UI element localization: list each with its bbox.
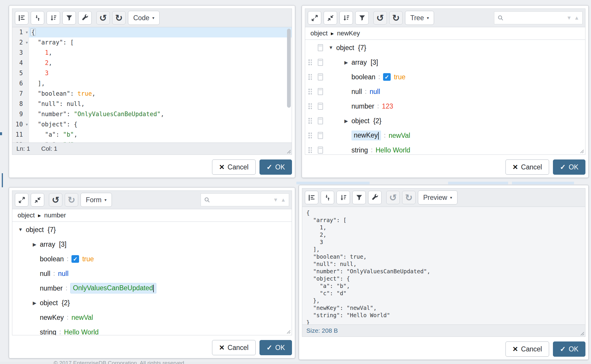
collapse-node-icon[interactable]: ▼ [326, 45, 336, 50]
undo-button[interactable]: ↺ [386, 191, 400, 204]
search-next-icon[interactable]: ▼ [273, 197, 278, 202]
drag-handle-icon[interactable] [308, 74, 312, 80]
redo-button[interactable]: ↻ [65, 193, 78, 207]
key-field[interactable]: string [351, 146, 368, 154]
key-field[interactable]: object [351, 117, 369, 125]
context-menu-button[interactable] [318, 103, 323, 110]
ok-button[interactable]: ✓OK [259, 340, 292, 355]
value-field[interactable]: OnlyValuesCanBeUpdated [70, 283, 156, 293]
transform-filter-button[interactable] [355, 11, 369, 25]
resize-handle-icon[interactable] [579, 149, 584, 153]
mode-select-button[interactable]: Form ▾ [81, 193, 112, 207]
search-input[interactable] [506, 14, 564, 22]
drag-handle-icon[interactable] [308, 103, 312, 109]
key-field[interactable]: object [336, 44, 354, 52]
fold-toggle-icon[interactable]: ▾ [26, 119, 28, 130]
expand-all-button[interactable] [308, 11, 321, 25]
context-menu-button[interactable] [318, 117, 323, 124]
value-field[interactable]: newVal [71, 314, 93, 322]
transform-filter-button[interactable] [352, 191, 366, 204]
value-field[interactable]: Hello World [375, 146, 410, 154]
value-field[interactable]: null [58, 270, 69, 278]
ok-button[interactable]: ✓OK [259, 159, 292, 175]
redo-button[interactable]: ↻ [402, 191, 416, 204]
value-field[interactable]: null [370, 88, 380, 96]
ok-button[interactable]: ✓OK [553, 159, 585, 175]
key-field[interactable]: newKey [351, 131, 381, 140]
expand-node-icon[interactable]: ▶ [341, 118, 351, 124]
undo-button[interactable]: ↺ [49, 193, 62, 207]
context-menu-button[interactable] [318, 59, 323, 66]
cancel-button[interactable]: ✕Cancel [505, 159, 549, 175]
mode-select-button[interactable]: Tree ▾ [405, 11, 434, 25]
boolean-checkbox[interactable]: ✓ [71, 255, 79, 263]
sort-button[interactable] [339, 11, 353, 25]
key-field[interactable]: array [351, 59, 367, 66]
expand-node-icon[interactable]: ▶ [29, 242, 40, 247]
fold-toggle-icon[interactable]: ▾ [26, 27, 28, 37]
context-menu-button[interactable] [318, 73, 323, 80]
resize-handle-icon[interactable] [286, 329, 291, 334]
code-editor-area[interactable]: 1▾{2▾ "array": [3 1,4 2,5 36 ],7 "boolea… [12, 27, 292, 142]
search-next-icon[interactable]: ▼ [566, 15, 572, 20]
key-field[interactable]: string [40, 328, 56, 335]
fold-toggle-icon[interactable]: ▾ [26, 37, 28, 48]
expand-all-button[interactable] [15, 193, 28, 207]
breadcrumb-root[interactable]: object [18, 212, 35, 219]
format-indent-button[interactable] [15, 11, 28, 25]
sort-button[interactable] [337, 191, 350, 204]
value-field[interactable]: Hello World [64, 328, 98, 335]
key-field[interactable]: number [351, 102, 374, 110]
breadcrumb-current[interactable]: number [44, 212, 66, 219]
sort-button[interactable] [47, 11, 60, 25]
resize-handle-icon[interactable] [580, 331, 584, 336]
key-field[interactable]: number [40, 284, 63, 292]
undo-button[interactable]: ↺ [96, 11, 110, 25]
redo-button[interactable]: ↻ [112, 11, 126, 25]
key-field[interactable]: null [40, 270, 50, 278]
value-field[interactable]: true [394, 73, 406, 81]
search-input[interactable] [213, 196, 271, 204]
drag-handle-icon[interactable] [308, 89, 312, 95]
context-menu-button[interactable] [318, 147, 323, 154]
key-field[interactable]: object [40, 299, 58, 307]
search-previous-icon[interactable]: ▲ [281, 197, 286, 202]
expand-node-icon[interactable]: ▶ [29, 300, 40, 306]
collapse-all-button[interactable] [324, 11, 337, 25]
compact-button[interactable] [31, 11, 44, 25]
mode-select-button[interactable]: Preview ▾ [418, 190, 457, 205]
drag-handle-icon[interactable] [308, 133, 312, 138]
breadcrumb-root[interactable]: object [310, 30, 328, 37]
key-field[interactable]: boolean [40, 255, 64, 263]
key-field[interactable]: object [26, 226, 44, 234]
breadcrumb-current[interactable]: newKey [337, 30, 360, 37]
format-indent-button[interactable] [305, 191, 318, 204]
key-field[interactable]: null [351, 88, 362, 96]
mode-select-button[interactable]: Code ▾ [128, 11, 160, 25]
transform-filter-button[interactable] [62, 11, 76, 25]
expand-node-icon[interactable]: ▶ [341, 60, 351, 65]
cancel-button[interactable]: ✕Cancel [505, 341, 549, 357]
cancel-button[interactable]: ✕Cancel [212, 340, 256, 355]
collapse-all-button[interactable] [31, 193, 44, 207]
redo-button[interactable]: ↻ [389, 11, 403, 25]
search-previous-icon[interactable]: ▲ [574, 15, 579, 20]
value-field[interactable]: newVal [389, 132, 410, 140]
context-menu-button[interactable] [318, 132, 323, 139]
resize-handle-icon[interactable] [286, 149, 291, 154]
drag-handle-icon[interactable] [308, 59, 312, 65]
cancel-button[interactable]: ✕Cancel [212, 159, 256, 175]
key-field[interactable]: boolean [351, 73, 375, 81]
repair-button[interactable] [78, 11, 92, 25]
drag-handle-icon[interactable] [308, 118, 312, 124]
context-menu-button[interactable] [318, 88, 323, 95]
boolean-checkbox[interactable]: ✓ [383, 73, 391, 81]
context-menu-button[interactable] [318, 44, 323, 51]
drag-handle-icon[interactable] [308, 147, 312, 153]
key-field[interactable]: array [40, 241, 55, 248]
value-field[interactable]: 123 [382, 102, 393, 110]
key-field[interactable]: newKey [40, 314, 64, 322]
compact-button[interactable] [321, 191, 334, 204]
undo-button[interactable]: ↺ [373, 11, 387, 25]
value-field[interactable]: true [82, 255, 94, 263]
